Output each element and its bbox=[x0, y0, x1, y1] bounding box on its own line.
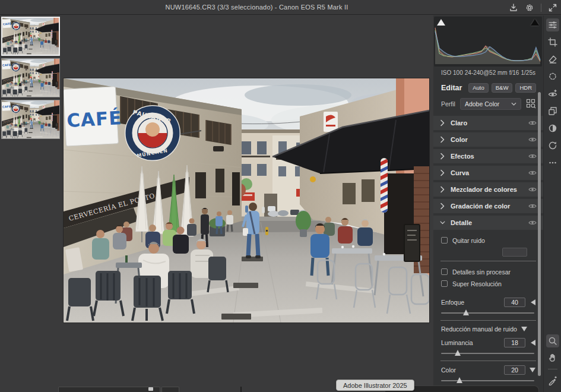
presets-icon[interactable] bbox=[546, 105, 559, 118]
section-gradaci-n-de-color[interactable]: Gradación de color bbox=[433, 199, 543, 213]
triangle-left-icon[interactable] bbox=[531, 340, 535, 346]
chevron-down-icon bbox=[440, 219, 445, 226]
titlebar: NUW16645.CR3 (3/3 seleccionado) - Canon … bbox=[0, 0, 561, 15]
profile-select[interactable]: Adobe Color bbox=[460, 98, 521, 110]
triangle-down-icon bbox=[521, 327, 527, 331]
exif-info: ISO 10024-240@52 mmf/161/25s bbox=[433, 67, 543, 78]
contrast-icon[interactable] bbox=[546, 122, 559, 135]
slider-thumb[interactable] bbox=[463, 309, 469, 315]
eye-icon[interactable] bbox=[528, 186, 537, 192]
eye-icon[interactable] bbox=[528, 120, 537, 126]
fullscreen-icon[interactable] bbox=[548, 3, 557, 12]
slider-track-color[interactable] bbox=[441, 377, 534, 384]
raw-details-row[interactable]: Detalles sin procesar bbox=[441, 266, 535, 278]
section-detalle[interactable]: Detalle bbox=[433, 216, 543, 230]
shadow-clipping-indicator-icon[interactable] bbox=[437, 19, 445, 26]
dock-app-icon bbox=[148, 387, 153, 391]
eye-icon[interactable] bbox=[528, 153, 537, 159]
slider-thumb[interactable] bbox=[457, 377, 462, 383]
mode-button-bw[interactable]: B&W bbox=[492, 83, 513, 93]
slider-value-field[interactable]: 20 bbox=[504, 365, 525, 375]
window-title: NUW16645.CR3 (3/3 seleccionado) - Canon … bbox=[0, 0, 514, 15]
super-resolution-row[interactable]: Super Resolución bbox=[441, 278, 535, 290]
manual-noise-reduction-label: Reducción manual de ruido bbox=[441, 325, 517, 333]
edit-sliders-icon[interactable] bbox=[546, 18, 559, 31]
exif-value: ISO 100 bbox=[441, 69, 463, 76]
heal-icon[interactable] bbox=[546, 53, 559, 66]
remove-noise-row[interactable]: Quitar ruido bbox=[441, 235, 535, 246]
remove-noise-label: Quitar ruido bbox=[452, 237, 485, 244]
slider-thumb[interactable] bbox=[455, 350, 461, 356]
chevron-right-icon bbox=[440, 136, 445, 143]
titlebar-divider bbox=[541, 4, 541, 12]
section-curva[interactable]: Curva bbox=[433, 166, 543, 180]
eye-icon[interactable] bbox=[528, 203, 537, 209]
remove-noise-checkbox[interactable] bbox=[441, 237, 448, 244]
section-label: Claro bbox=[451, 119, 467, 127]
exif-value: f/16 bbox=[509, 69, 519, 76]
triangle-left-icon[interactable] bbox=[531, 299, 535, 305]
tool-strip bbox=[543, 15, 561, 392]
tool-divider bbox=[548, 369, 557, 369]
section-mezclador-de-colores[interactable]: Mezclador de colores bbox=[433, 182, 543, 197]
filmstrip-thumbnail[interactable] bbox=[1, 100, 60, 139]
raw-details-checkbox[interactable] bbox=[441, 268, 448, 275]
dock-separator bbox=[240, 387, 242, 392]
red-eye-icon[interactable] bbox=[546, 87, 559, 100]
settings-gear-icon[interactable] bbox=[525, 3, 534, 12]
dock-tooltip: Adobe Illustrator 2025 bbox=[336, 380, 414, 391]
mask-icon[interactable] bbox=[546, 70, 559, 83]
section-efectos[interactable]: Efectos bbox=[433, 149, 543, 163]
filmstrip-thumbnail[interactable] bbox=[1, 17, 60, 56]
mode-button-hdr[interactable]: HDR bbox=[515, 83, 536, 93]
section-color[interactable]: Color bbox=[433, 132, 543, 147]
slider-track-enfoque[interactable] bbox=[441, 309, 534, 317]
edit-header: Editar AutoB&WHDR bbox=[433, 78, 543, 96]
eye-icon[interactable] bbox=[528, 137, 537, 143]
slider-track-luminancia[interactable] bbox=[441, 349, 534, 357]
sync-icon[interactable] bbox=[546, 139, 559, 152]
mode-buttons: AutoB&WHDR bbox=[468, 83, 536, 93]
slider-row-enfoque: Enfoque40 bbox=[441, 297, 535, 308]
crop-icon[interactable] bbox=[546, 36, 559, 49]
slider-value-field[interactable]: 40 bbox=[504, 298, 525, 307]
browse-profiles-icon[interactable] bbox=[526, 99, 536, 109]
filmstrip-thumbnail[interactable] bbox=[1, 58, 60, 97]
slider-value-field[interactable]: 18 bbox=[504, 338, 525, 347]
zoom-icon[interactable] bbox=[546, 334, 559, 347]
filmstrip bbox=[0, 15, 61, 392]
profile-row: Perfil Adobe Color bbox=[433, 96, 543, 116]
triangle-down-icon[interactable] bbox=[530, 368, 535, 372]
manual-noise-reduction-header[interactable]: Reducción manual de ruido bbox=[440, 320, 536, 337]
remove-tool-icon[interactable] bbox=[546, 374, 559, 387]
chevron-right-icon bbox=[440, 186, 445, 193]
slider-row-color: Color20 bbox=[441, 365, 535, 375]
histogram[interactable] bbox=[434, 17, 542, 67]
super-resolution-checkbox[interactable] bbox=[441, 280, 448, 287]
section-label: Efectos bbox=[451, 153, 474, 160]
chevron-right-icon bbox=[440, 153, 445, 160]
photo-preview[interactable] bbox=[64, 78, 429, 323]
more-options-icon[interactable] bbox=[546, 156, 559, 169]
exif-value: 24-240@52 mm bbox=[465, 69, 508, 76]
section-list: ClaroColorEfectosCurvaMezclador de color… bbox=[433, 116, 543, 230]
raw-details-label: Detalles sin procesar bbox=[452, 268, 511, 276]
panel-scrollbar[interactable] bbox=[538, 92, 541, 376]
sharpen-slider-group: Enfoque40 bbox=[441, 297, 535, 317]
download-icon[interactable] bbox=[509, 3, 518, 12]
eye-icon[interactable] bbox=[528, 220, 537, 226]
dock-fragment bbox=[161, 387, 179, 392]
hand-icon[interactable] bbox=[546, 351, 559, 364]
histogram-plot bbox=[434, 17, 541, 67]
mode-button-auto[interactable]: Auto bbox=[468, 83, 489, 93]
titlebar-actions bbox=[509, 0, 557, 15]
manual-slider-group: Luminancia18Color20Detalle50Suavizado50 bbox=[441, 337, 535, 392]
highlight-clipping-indicator-icon[interactable] bbox=[531, 19, 539, 26]
eye-icon[interactable] bbox=[528, 170, 537, 176]
section-claro[interactable]: Claro bbox=[433, 116, 543, 130]
profile-label: Perfil bbox=[441, 100, 455, 108]
section-label: Detalle bbox=[451, 219, 472, 226]
dock-fragment bbox=[58, 387, 160, 392]
chevron-right-icon bbox=[440, 203, 445, 210]
chevron-down-icon bbox=[511, 102, 516, 106]
